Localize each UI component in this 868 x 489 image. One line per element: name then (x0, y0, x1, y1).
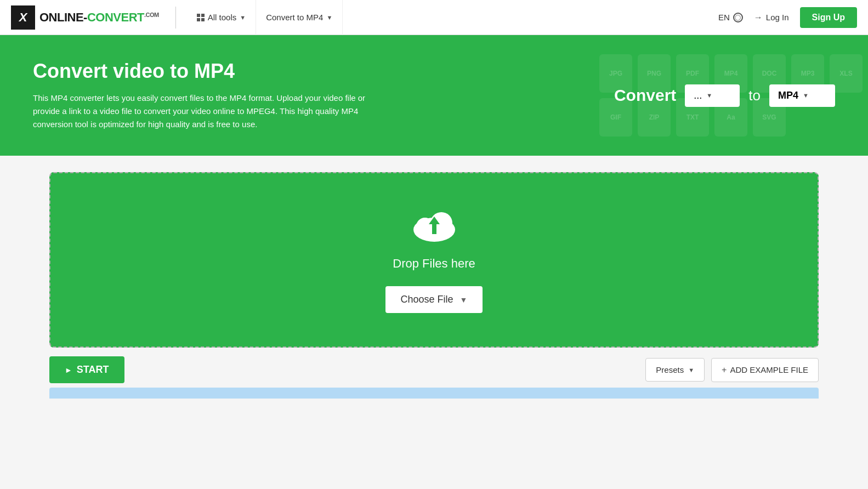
drop-text: Drop Files here (393, 257, 475, 271)
hero-title: Convert video to MP4 (33, 60, 389, 83)
choose-file-chevron-icon: ▼ (460, 295, 468, 304)
from-format-select[interactable]: ... ▼ (685, 84, 740, 107)
cloud-upload-svg (410, 207, 459, 248)
to-format-value: MP4 (778, 90, 798, 101)
login-label: Log In (766, 13, 789, 22)
all-tools-chevron: ▼ (240, 14, 246, 21)
logo-icon-text: X (19, 10, 27, 25)
main-content: Drop Files here Choose File ▼ ► START Pr… (0, 156, 868, 415)
to-label: to (748, 87, 761, 104)
actions-bar: ► START Presets ▼ + ADD EXAMPLE FILE (49, 356, 819, 383)
start-button[interactable]: ► START (49, 356, 124, 383)
convert-to-mp4-label: Convert to MP4 (266, 13, 323, 22)
hero-content: Convert video to MP4 This MP4 converter … (33, 60, 389, 131)
logo-icon: X (11, 5, 35, 30)
navbar-divider (175, 7, 176, 29)
from-format-chevron: ▼ (706, 92, 712, 99)
logo-text: ONLINE-CONVERT.COM (39, 10, 159, 25)
login-arrow-icon: → (754, 13, 763, 22)
to-format-select[interactable]: MP4 ▼ (769, 84, 835, 107)
start-chevron-icon: ► (65, 366, 72, 374)
all-tools-label: All tools (208, 13, 237, 22)
add-icon: + (722, 365, 727, 375)
choose-file-button[interactable]: Choose File ▼ (385, 286, 483, 313)
navbar: X ONLINE-CONVERT.COM All tools ▼ Convert… (0, 0, 868, 35)
from-format-value: ... (694, 90, 702, 101)
upload-cloud-icon (410, 207, 459, 248)
login-button[interactable]: → Log In (754, 13, 789, 22)
bottom-peek-bar (49, 388, 819, 399)
navbar-right: EN ◯ → Log In Sign Up (718, 7, 857, 28)
lang-label: EN (718, 13, 730, 22)
globe-icon: ◯ (733, 13, 743, 22)
hero-description: This MP4 converter lets you easily conve… (33, 92, 389, 131)
hero-converter: Convert ... ▼ to MP4 ▼ (614, 84, 835, 107)
convert-to-mp4-nav-item[interactable]: Convert to MP4 ▼ (256, 0, 343, 35)
convert-to-mp4-chevron: ▼ (326, 14, 332, 21)
all-tools-nav-item[interactable]: All tools ▼ (187, 0, 256, 35)
logo[interactable]: X ONLINE-CONVERT.COM (11, 5, 159, 30)
convert-label: Convert (614, 86, 676, 105)
presets-chevron-icon: ▼ (688, 367, 694, 373)
language-button[interactable]: EN ◯ (718, 13, 743, 22)
hero-section: Convert video to MP4 This MP4 converter … (0, 35, 868, 156)
to-format-chevron: ▼ (803, 92, 809, 99)
presets-button[interactable]: Presets ▼ (645, 358, 705, 382)
add-example-label: ADD EXAMPLE FILE (730, 365, 808, 374)
navbar-menu: All tools ▼ Convert to MP4 ▼ (187, 0, 343, 35)
grid-icon (197, 14, 205, 21)
actions-right: Presets ▼ + ADD EXAMPLE FILE (645, 358, 819, 382)
start-label: START (77, 364, 109, 376)
choose-file-label: Choose File (401, 294, 453, 305)
add-example-button[interactable]: + ADD EXAMPLE FILE (711, 358, 819, 382)
dropzone[interactable]: Drop Files here Choose File ▼ (49, 172, 819, 348)
signup-button[interactable]: Sign Up (800, 7, 857, 28)
presets-label: Presets (656, 365, 684, 374)
